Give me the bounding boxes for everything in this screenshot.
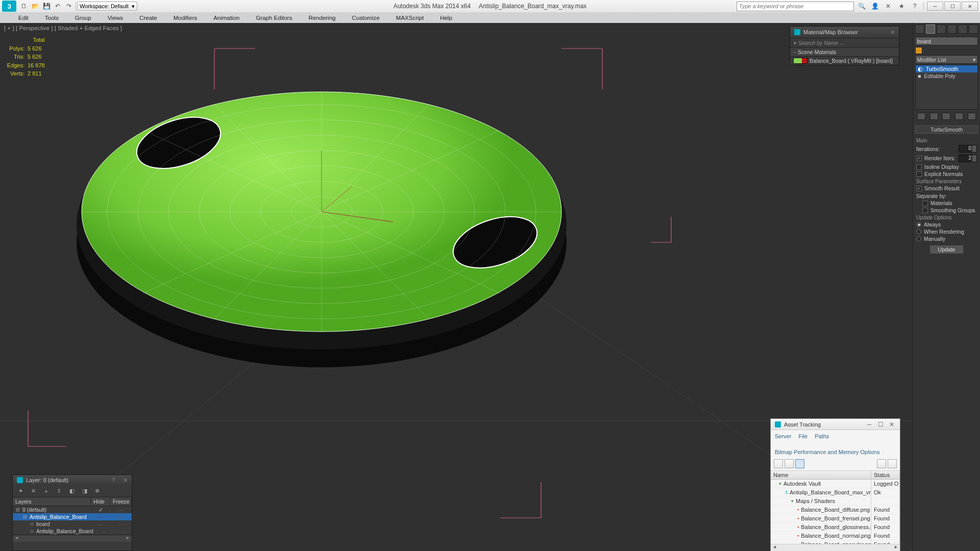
options-icon[interactable]	[877, 459, 886, 468]
motion-tab-icon[interactable]	[947, 24, 957, 34]
rollout-title[interactable]: TurboSmooth	[915, 126, 978, 134]
lightbulb-icon[interactable]: ◐	[918, 66, 923, 72]
open-icon[interactable]: 📂	[31, 2, 40, 11]
hide-icon[interactable]: ◨	[81, 487, 88, 495]
pin-stack-icon[interactable]	[917, 113, 925, 120]
freeze-toggle[interactable]: —	[113, 528, 132, 534]
freeze-toggle[interactable]: —	[110, 507, 132, 513]
hide-toggle[interactable]: —	[96, 528, 113, 534]
manually-radio[interactable]	[916, 236, 921, 241]
menu-graph-editors[interactable]: Graph Editors	[253, 14, 295, 22]
asset-row[interactable]: ▾Maps / Shaders	[771, 497, 900, 506]
smooth-result-checkbox[interactable]: ✓	[916, 186, 922, 191]
utilities-tab-icon[interactable]	[969, 24, 978, 34]
horizontal-scrollbar[interactable]	[771, 544, 900, 551]
object-name-input[interactable]	[915, 37, 978, 45]
help-icon[interactable]: ?	[112, 477, 115, 483]
always-radio[interactable]	[916, 222, 921, 227]
column-status-header[interactable]: Status	[871, 471, 900, 479]
menu-animation[interactable]: Animation	[210, 14, 242, 22]
undo-icon[interactable]: ↶	[53, 2, 62, 11]
favorite-icon[interactable]: ★	[897, 2, 906, 11]
isoline-checkbox[interactable]	[916, 164, 922, 170]
modifier-list-dropdown[interactable]: Modifier List ▾	[915, 55, 978, 64]
material-search-input[interactable]: ▾ Search by Name ...	[790, 38, 899, 48]
menu-tools[interactable]: Tools	[42, 14, 62, 22]
asset-row[interactable]: 3Antislip_Balance_Board_max_vray.maxOk	[771, 488, 900, 497]
configure-sets-icon[interactable]	[968, 113, 976, 120]
add-to-layer-icon[interactable]: +	[42, 487, 50, 495]
select-objects-icon[interactable]: ⇪	[55, 487, 63, 495]
layer-row[interactable]: ◇board——	[13, 520, 132, 528]
update-button[interactable]: Update	[929, 245, 964, 254]
freeze-toggle[interactable]: —	[110, 514, 132, 520]
asset-row[interactable]: ▪Balance_Board_frensel.pngFound	[771, 514, 900, 523]
menu-help[interactable]: Help	[437, 14, 455, 22]
new-icon[interactable]: 🗋	[19, 2, 29, 11]
explicit-normals-checkbox[interactable]	[916, 171, 922, 177]
minimize-icon[interactable]: ─	[865, 421, 873, 428]
help-icon[interactable]	[888, 459, 897, 468]
smoothing-groups-checkbox[interactable]	[922, 208, 928, 213]
menu-paths[interactable]: Paths	[815, 432, 829, 441]
menu-views[interactable]: Views	[105, 14, 126, 22]
materials-checkbox[interactable]	[922, 201, 928, 206]
column-hide-header[interactable]: Hide	[91, 497, 110, 506]
asset-row[interactable]: ▪Balance_Board_glossiness.pngFound	[771, 523, 900, 532]
save-icon[interactable]: 💾	[42, 2, 51, 11]
asset-row[interactable]: ▾Autodesk VaultLogged O	[771, 480, 900, 488]
asset-row[interactable]: ▪Balance_Board_normal.pngFound	[771, 532, 900, 540]
help-icon[interactable]: ?	[910, 2, 919, 11]
table-view-icon[interactable]	[795, 459, 804, 468]
menu-customize[interactable]: Customize	[349, 14, 382, 22]
search-icon[interactable]: 🔍	[857, 2, 866, 11]
hide-toggle[interactable]: ✓	[91, 507, 110, 513]
menu-modifiers[interactable]: Modifiers	[170, 14, 201, 22]
close-icon[interactable]: ×	[891, 28, 895, 36]
freeze-icon[interactable]: ❄	[93, 487, 101, 495]
menu-rendering[interactable]: Rendering	[305, 14, 338, 22]
column-freeze-header[interactable]: Freeze	[110, 497, 132, 506]
hide-toggle[interactable]: —	[91, 521, 110, 527]
highlight-icon[interactable]: ◧	[68, 487, 76, 495]
horizontal-scrollbar[interactable]	[13, 535, 132, 542]
menu-file[interactable]: File	[798, 432, 807, 441]
new-layer-icon[interactable]: ✦	[17, 487, 24, 495]
iterations-spinner[interactable]: 0	[959, 145, 977, 153]
asset-row[interactable]: ▪Balance_Board_specular.pngFound	[771, 540, 900, 544]
close-icon[interactable]: ✕	[123, 477, 128, 484]
app-logo-icon[interactable]: 3	[2, 1, 16, 12]
menu-maxscript[interactable]: MAXScript	[393, 14, 427, 22]
layer-row[interactable]: ⊟0 (default)✓—	[13, 506, 132, 513]
freeze-toggle[interactable]: —	[110, 521, 132, 527]
menu-edit[interactable]: Edit	[15, 14, 32, 22]
delete-layer-icon[interactable]: ✕	[30, 487, 37, 495]
menu-create[interactable]: Create	[136, 14, 160, 22]
close-button[interactable]: ✕	[962, 2, 978, 11]
display-tab-icon[interactable]	[958, 24, 967, 34]
render-iters-checkbox[interactable]: ✓	[916, 156, 922, 161]
infocenter-search-input[interactable]	[737, 2, 854, 11]
menu-group[interactable]: Group	[72, 14, 94, 22]
tree-view-icon[interactable]	[785, 459, 794, 468]
modifier-stack-item[interactable]: ◐ TurboSmooth	[916, 65, 977, 72]
hierarchy-tab-icon[interactable]	[937, 24, 946, 34]
modifier-stack-item[interactable]: ■ Editable Poly	[916, 72, 977, 80]
close-icon[interactable]: ✕	[888, 421, 896, 428]
modify-tab-icon[interactable]	[926, 24, 935, 34]
maximize-icon[interactable]: ☐	[876, 421, 885, 428]
menu-bitmap-options[interactable]: Bitmap Performance and Memory Options	[775, 448, 879, 457]
maximize-button[interactable]: ☐	[944, 2, 961, 11]
hide-toggle[interactable]: —	[91, 514, 110, 520]
minimize-button[interactable]: ─	[927, 2, 943, 11]
layer-row[interactable]: ◇Antislip_Balance_Board——	[13, 528, 132, 535]
menu-server[interactable]: Server	[775, 432, 791, 441]
column-name-header[interactable]: Name	[771, 471, 871, 479]
signin-icon[interactable]: 👤	[870, 2, 879, 11]
refresh-icon[interactable]	[774, 459, 783, 468]
create-tab-icon[interactable]	[915, 24, 924, 34]
make-unique-icon[interactable]	[942, 113, 950, 120]
scene-materials-section[interactable]: − Scene Materials	[790, 48, 899, 57]
when-rendering-radio[interactable]	[916, 229, 921, 234]
remove-modifier-icon[interactable]	[955, 113, 963, 120]
